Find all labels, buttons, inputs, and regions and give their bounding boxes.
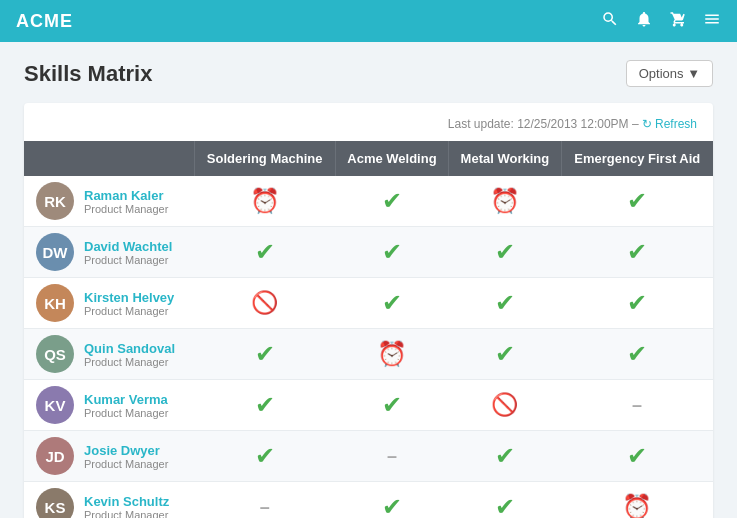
table-row: KSKevin SchultzProduct Manager–✔✔⏰ [24,482,713,519]
avatar: KS [36,488,74,518]
menu-icon[interactable] [703,10,721,32]
skill-cell: – [335,431,448,482]
skill-cell: ⏰ [335,329,448,380]
skill-cell: ✔ [449,227,562,278]
top-nav: ACME [0,0,737,42]
skill-cell: ⏰ [561,482,713,519]
table-row: KVKumar VermaProduct Manager✔✔🚫– [24,380,713,431]
table-row: QSQuin SandovalProduct Manager✔⏰✔✔ [24,329,713,380]
page-title: Skills Matrix [24,61,152,87]
header-firstaid: Emergency First Aid [561,141,713,176]
matrix-container: Last update: 12/25/2013 12:00PM – ↻Refre… [24,103,713,518]
status-orange-clock: ⏰ [622,493,652,518]
bell-icon[interactable] [635,10,653,32]
avatar: KV [36,386,74,424]
person-role: Product Manager [84,458,168,470]
avatar: KH [36,284,74,322]
skill-cell: ✔ [194,380,335,431]
avatar: JD [36,437,74,475]
status-green-check: ✔ [495,493,515,518]
skill-cell: ✔ [449,329,562,380]
table-row: DWDavid WachtelProduct Manager✔✔✔✔ [24,227,713,278]
status-green-check: ✔ [382,391,402,418]
skills-table: Soldering Machine Acme Welding Metal Wor… [24,141,713,518]
search-icon[interactable] [601,10,619,32]
person-name[interactable]: David Wachtel [84,239,172,254]
avatar: QS [36,335,74,373]
options-button[interactable]: Options ▼ [626,60,713,87]
skill-cell: ✔ [561,431,713,482]
avatar: RK [36,182,74,220]
skill-cell: ⏰ [194,176,335,227]
header-person [24,141,194,176]
skill-cell: 🚫 [449,380,562,431]
status-green-check: ✔ [495,238,515,265]
person-role: Product Manager [84,305,174,317]
skill-cell: – [194,482,335,519]
last-update-text: Last update: 12/25/2013 12:00PM – [448,117,639,131]
status-red-no: 🚫 [491,392,518,417]
person-role: Product Manager [84,407,168,419]
brand-logo: ACME [16,11,73,32]
status-green-check: ✔ [495,340,515,367]
cart-icon[interactable] [669,10,687,32]
person-name[interactable]: Raman Kaler [84,188,168,203]
status-orange-clock: ⏰ [377,340,407,367]
skill-cell: ✔ [561,278,713,329]
status-dash: – [387,446,397,466]
skill-cell: 🚫 [194,278,335,329]
table-header: Soldering Machine Acme Welding Metal Wor… [24,141,713,176]
skill-cell: ✔ [335,227,448,278]
skill-cell: ✔ [335,380,448,431]
skill-cell: ✔ [449,278,562,329]
status-green-check: ✔ [627,340,647,367]
header-welding: Acme Welding [335,141,448,176]
skill-cell: ✔ [335,482,448,519]
status-green-check: ✔ [382,187,402,214]
table-row: RKRaman KalerProduct Manager⏰✔⏰✔ [24,176,713,227]
status-green-check: ✔ [627,442,647,469]
refresh-icon: ↻ [642,117,652,131]
person-name[interactable]: Kevin Schultz [84,494,169,509]
table-row: JDJosie DwyerProduct Manager✔–✔✔ [24,431,713,482]
status-green-check: ✔ [627,187,647,214]
status-green-check: ✔ [627,289,647,316]
refresh-link[interactable]: ↻Refresh [642,117,697,131]
avatar: DW [36,233,74,271]
person-name[interactable]: Kirsten Helvey [84,290,174,305]
status-green-check: ✔ [255,391,275,418]
status-green-check: ✔ [627,238,647,265]
nav-icons [601,10,721,32]
skill-cell: ✔ [561,329,713,380]
status-green-check: ✔ [255,442,275,469]
person-name[interactable]: Kumar Verma [84,392,168,407]
skill-cell: ✔ [449,431,562,482]
status-green-check: ✔ [382,493,402,518]
skill-cell: ✔ [335,278,448,329]
last-update-bar: Last update: 12/25/2013 12:00PM – ↻Refre… [24,117,713,141]
status-red-no: 🚫 [251,290,278,315]
skill-cell: ✔ [335,176,448,227]
status-green-check: ✔ [382,289,402,316]
skill-cell: – [561,380,713,431]
skill-cell: ✔ [194,227,335,278]
header-metalworking: Metal Working [449,141,562,176]
status-orange-clock: ⏰ [250,187,280,214]
page-content: Skills Matrix Options ▼ Last update: 12/… [0,42,737,518]
table-row: KHKirsten HelveyProduct Manager🚫✔✔✔ [24,278,713,329]
skill-cell: ✔ [561,176,713,227]
status-green-check: ✔ [255,340,275,367]
status-green-check: ✔ [495,442,515,469]
status-green-check: ✔ [382,238,402,265]
person-name[interactable]: Quin Sandoval [84,341,175,356]
skill-cell: ✔ [194,431,335,482]
person-role: Product Manager [84,509,169,519]
status-orange-clock: ⏰ [490,187,520,214]
person-role: Product Manager [84,203,168,215]
status-dash: – [260,497,270,517]
status-dash: – [632,395,642,415]
person-name[interactable]: Josie Dwyer [84,443,168,458]
skill-cell: ✔ [449,482,562,519]
status-green-check: ✔ [495,289,515,316]
status-green-check: ✔ [255,238,275,265]
